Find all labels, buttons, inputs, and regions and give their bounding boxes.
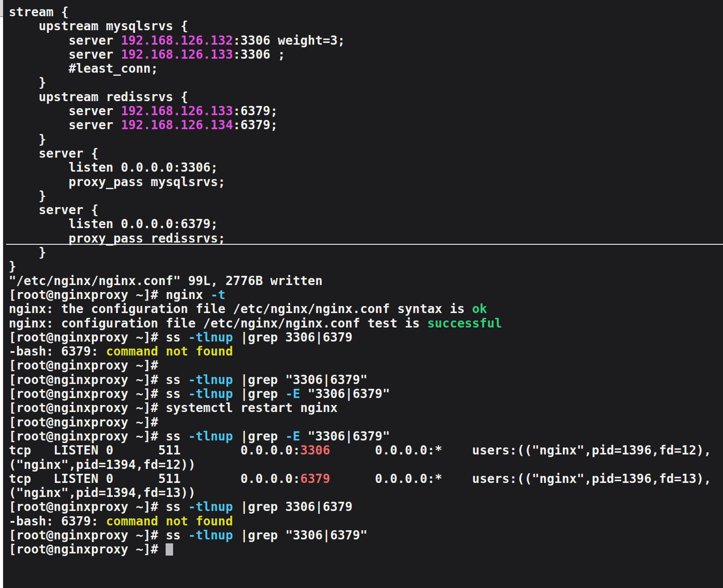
terminal-line: [root@nginxproxy ~]# <box>9 359 723 373</box>
terminal-text-cyan: -E <box>285 387 300 401</box>
terminal-text: nginx: configuration file /etc/nginx/ngi… <box>9 316 427 331</box>
terminal-line: -bash: 6379: command not found <box>9 514 723 528</box>
terminal-text: "3306|6379" <box>300 387 390 401</box>
terminal-text: } <box>9 189 46 203</box>
terminal-window: stream { upstream mysqlsrvs { server 192… <box>0 0 723 588</box>
terminal-line: [root@nginxproxy ~]# ss -tlnup |grep "33… <box>9 373 723 387</box>
terminal-text-red: 3306 <box>300 443 330 458</box>
terminal-line: [root@nginxproxy ~]# <box>9 542 723 556</box>
terminal-text: ("nginx",pid=1394,fd=12)) <box>9 458 195 472</box>
terminal-text: ("nginx",pid=1394,fd=13)) <box>9 486 195 500</box>
terminal-text: 0.0.0.0:* users:(("nginx",pid=1396,fd=13… <box>330 472 711 486</box>
terminal-text: [root@nginxproxy ~]# <box>9 415 158 430</box>
terminal-text: -bash: 6379: <box>9 344 106 359</box>
terminal-text-cyan: -tlnup <box>188 429 233 444</box>
terminal-text-magenta: 192.168.126.133 <box>121 47 233 62</box>
terminal-line: } <box>9 189 723 203</box>
terminal-line: [root@nginxproxy ~]# ss -tlnup |grep 330… <box>9 331 723 345</box>
terminal-text-cyan: -tlnup <box>188 373 233 387</box>
terminal-text: [root@nginxproxy ~]# <box>9 358 158 373</box>
terminal-text: server <box>9 104 121 118</box>
terminal-line: #least_conn; <box>9 62 723 76</box>
terminal-line: listen 0.0.0.0:6379; <box>9 217 723 231</box>
terminal-text: :3306 weight=3; <box>233 33 345 48</box>
terminal-text: [root@nginxproxy ~]# ss <box>9 330 188 345</box>
terminal-text: |grep "3306|6379" <box>233 373 368 387</box>
terminal-line: [root@nginxproxy ~]# ss -tlnup |grep -E … <box>9 430 723 444</box>
terminal-text: } <box>9 132 46 147</box>
terminal-text: server { <box>9 146 99 161</box>
terminal-text-cyan: -t <box>211 288 226 302</box>
terminal-line: server 192.168.126.133:3306 ; <box>9 48 723 62</box>
terminal-text: [root@nginxproxy ~]# <box>9 542 166 556</box>
terminal-text: |grep <box>233 429 285 444</box>
terminal-text: proxy_pass redissrvs; <box>9 231 226 246</box>
terminal-line: [root@nginxproxy ~]# systemctl restart n… <box>9 401 723 415</box>
terminal-text: "/etc/nginx/nginx.conf" 99L, 2776B writt… <box>9 274 323 288</box>
terminal-line: upstream redissrvs { <box>9 90 723 104</box>
terminal-text: 0.0.0.0:* users:(("nginx",pid=1396,fd=12… <box>330 443 711 458</box>
terminal-line: nginx: the configuration file /etc/nginx… <box>9 302 723 316</box>
terminal-text-magenta: 192.168.126.132 <box>121 33 233 48</box>
terminal-text: :6379; <box>233 104 278 118</box>
terminal-text: } <box>9 75 46 90</box>
terminal-text: [root@nginxproxy ~]# nginx <box>9 288 211 302</box>
terminal-text-green: ok <box>472 302 487 316</box>
terminal-cursor <box>166 543 173 556</box>
terminal-line: -bash: 6379: command not found <box>9 345 723 359</box>
terminal-text: :6379; <box>233 118 278 132</box>
terminal-line: ("nginx",pid=1394,fd=13)) <box>9 486 723 500</box>
terminal-text-green: successful <box>427 316 502 331</box>
terminal-text: listen 0.0.0.0:6379; <box>9 217 218 231</box>
terminal-text: upstream redissrvs { <box>9 90 188 104</box>
terminal-line: server { <box>9 147 723 161</box>
terminal-text: #least_conn; <box>9 61 158 76</box>
terminal-line: server 192.168.126.134:6379; <box>9 118 723 132</box>
terminal-line: tcp LISTEN 0 511 0.0.0.0:3306 0.0.0.0:* … <box>9 444 723 458</box>
terminal-line: [root@nginxproxy ~]# ss -tlnup |grep 330… <box>9 500 723 514</box>
terminal-text: [root@nginxproxy ~]# ss <box>9 387 188 401</box>
terminal-text: [root@nginxproxy ~]# ss <box>9 528 188 542</box>
terminal-text-cyan: -E <box>285 429 300 444</box>
terminal-text-red: 6379 <box>300 472 330 486</box>
terminal-text: server { <box>9 203 99 217</box>
terminal-line: upstream mysqlsrvs { <box>9 19 723 33</box>
terminal-text: [root@nginxproxy ~]# ss <box>9 373 188 387</box>
terminal-text: server <box>9 33 121 48</box>
terminal-text: server <box>9 47 121 62</box>
terminal-line: server 192.168.126.133:6379; <box>9 104 723 118</box>
terminal-line: } <box>9 246 723 260</box>
terminal-text: [root@nginxproxy ~]# systemctl restart n… <box>9 401 338 415</box>
terminal-text-cyan: -tlnup <box>188 330 233 345</box>
terminal-text: tcp LISTEN 0 511 0.0.0.0: <box>9 472 300 486</box>
terminal-text: -bash: 6379: <box>9 514 106 528</box>
terminal-line: } <box>9 260 723 274</box>
terminal-line: server { <box>9 203 723 217</box>
scrollbar-thumb[interactable] <box>0 0 3 17</box>
terminal-text: } <box>9 259 16 274</box>
terminal-text-magenta: 192.168.126.134 <box>121 118 233 132</box>
terminal-text: |grep 3306|6379 <box>233 500 353 514</box>
terminal-text-yellow: command not found <box>106 344 233 359</box>
terminal-output[interactable]: stream { upstream mysqlsrvs { server 192… <box>4 0 723 557</box>
terminal-text: "3306|6379" <box>300 429 390 444</box>
terminal-text: [root@nginxproxy ~]# ss <box>9 500 188 514</box>
terminal-line: } <box>9 133 723 147</box>
terminal-line: [root@nginxproxy ~]# <box>9 415 723 430</box>
terminal-line: [root@nginxproxy ~]# ss -tlnup |grep -E … <box>9 387 723 401</box>
terminal-text: :3306 ; <box>233 47 285 62</box>
terminal-text: tcp LISTEN 0 511 0.0.0.0: <box>9 443 300 458</box>
terminal-text: stream { <box>9 5 68 19</box>
terminal-text-yellow: command not found <box>106 514 233 528</box>
terminal-text: proxy_pass mysqlsrvs; <box>9 175 226 189</box>
terminal-line: tcp LISTEN 0 511 0.0.0.0:6379 0.0.0.0:* … <box>9 472 723 486</box>
scrollbar-track[interactable] <box>0 0 3 588</box>
terminal-line: stream { <box>9 5 723 19</box>
terminal-text: |grep "3306|6379" <box>233 528 368 542</box>
terminal-line: } <box>9 76 723 90</box>
terminal-line: listen 0.0.0.0:3306; <box>9 161 723 175</box>
terminal-text: listen 0.0.0.0:3306; <box>9 160 218 175</box>
terminal-line: proxy_pass mysqlsrvs; <box>9 175 723 189</box>
terminal-line: nginx: configuration file /etc/nginx/ngi… <box>9 317 723 331</box>
terminal-line: "/etc/nginx/nginx.conf" 99L, 2776B writt… <box>9 274 723 288</box>
